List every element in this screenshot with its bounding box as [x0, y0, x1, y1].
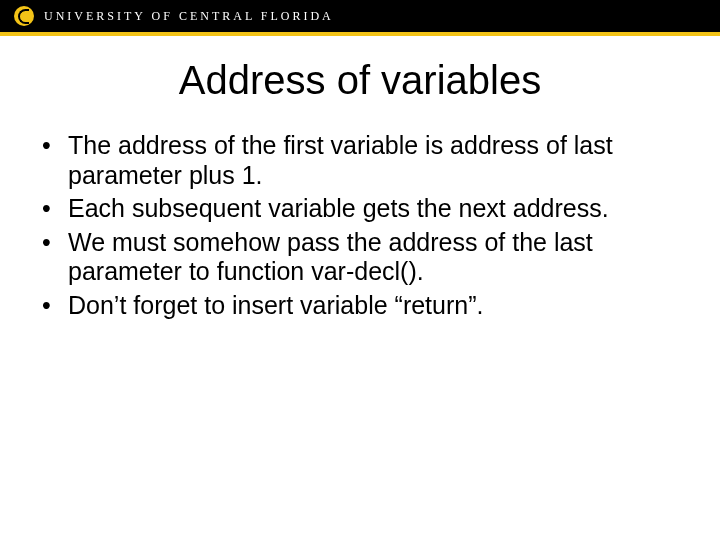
slide-body: Address of variables The address of the … [0, 36, 720, 320]
header-bar: UNIVERSITY OF CENTRAL FLORIDA [0, 0, 720, 32]
university-name: UNIVERSITY OF CENTRAL FLORIDA [44, 9, 334, 24]
ucf-logo-icon [14, 6, 34, 26]
list-item: Each subsequent variable gets the next a… [42, 194, 686, 224]
bullet-list: The address of the first variable is add… [34, 131, 686, 320]
list-item: The address of the first variable is add… [42, 131, 686, 190]
slide-title: Address of variables [34, 58, 686, 103]
list-item: Don’t forget to insert variable “return”… [42, 291, 686, 321]
list-item: We must somehow pass the address of the … [42, 228, 686, 287]
